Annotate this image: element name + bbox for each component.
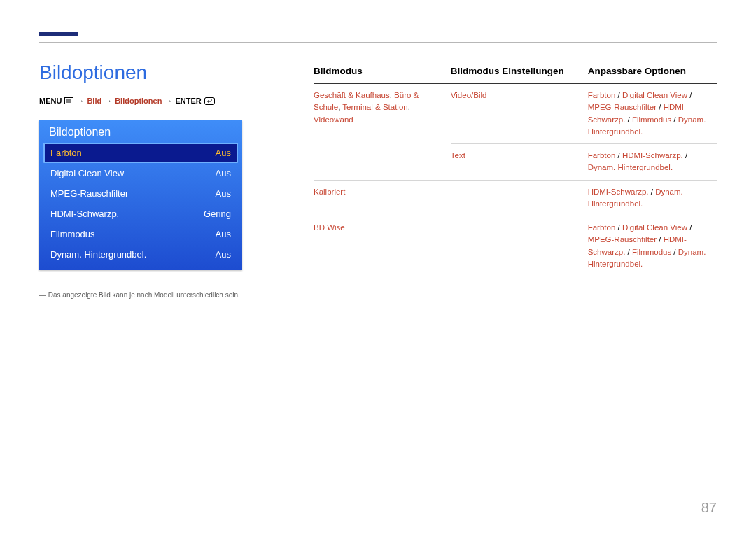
page-number: 87	[701, 500, 717, 516]
osd-item-value: Aus	[216, 188, 231, 199]
footnote: Das angezeigte Bild kann je nach Modell …	[39, 290, 274, 300]
osd-item[interactable]: Dynam. Hintergrundbel.Aus	[43, 244, 238, 265]
osd-item-value: Gering	[204, 209, 231, 219]
arrow-icon: →	[164, 97, 172, 105]
table-cell	[451, 216, 588, 276]
table-row: Geschäft & Kaufhaus, Büro & Schule, Term…	[314, 84, 717, 144]
osd-item-label: Digital Clean View	[50, 168, 124, 178]
left-column: Bildoptionen MENU → Bild → Bildoptionen …	[39, 62, 274, 300]
table-cell: Farbton / HDMI-Schwarzp. / Dynam. Hinter…	[588, 144, 717, 181]
osd-item-value: Aus	[216, 249, 231, 260]
arrow-icon: →	[76, 97, 84, 105]
table-cell: Kalibriert	[314, 180, 451, 216]
table-cell: Farbton / Digital Clean View / MPEG-Raus…	[588, 216, 717, 276]
breadcrumb-menu: MENU	[39, 97, 62, 105]
osd-title: Bildoptionen	[39, 120, 242, 143]
enter-icon	[204, 97, 215, 105]
osd-list: FarbtonAusDigital Clean ViewAusMPEG-Raus…	[39, 143, 242, 270]
content: Bildoptionen MENU → Bild → Bildoptionen …	[39, 62, 717, 300]
table-cell: Geschäft & Kaufhaus, Büro & Schule, Term…	[314, 84, 451, 181]
table-cell: Farbton / Digital Clean View / MPEG-Raus…	[588, 84, 717, 144]
page: Bildoptionen MENU → Bild → Bildoptionen …	[0, 0, 756, 534]
osd-item[interactable]: Digital Clean ViewAus	[43, 163, 238, 183]
osd-item-label: Dynam. Hintergrundbel.	[50, 249, 146, 260]
menu-icon	[64, 97, 74, 104]
table-cell: Text	[451, 144, 588, 181]
osd-item-value: Aus	[216, 148, 231, 158]
options-table: Bildmodus Bildmodus Einstellungen Anpass…	[314, 66, 717, 276]
breadcrumb-item: Bild	[87, 97, 102, 105]
table-cell: BD Wise	[314, 216, 451, 276]
divider	[39, 286, 172, 286]
breadcrumb: MENU → Bild → Bildoptionen → ENTER	[39, 97, 274, 105]
table-cell	[451, 180, 588, 216]
table-body: Geschäft & Kaufhaus, Büro & Schule, Term…	[314, 84, 717, 276]
right-column: Bildmodus Bildmodus Einstellungen Anpass…	[314, 62, 717, 300]
table-cell: Video/Bild	[451, 84, 588, 144]
osd-item-label: Filmmodus	[50, 229, 95, 239]
breadcrumb-item: Bildoptionen	[115, 97, 162, 105]
table-header: Bildmodus	[314, 66, 451, 84]
top-rule	[39, 42, 717, 43]
osd-panel: Bildoptionen FarbtonAusDigital Clean Vie…	[39, 120, 242, 270]
table-cell: HDMI-Schwarzp. / Dynam. Hintergrundbel.	[588, 180, 717, 216]
osd-item-label: HDMI-Schwarzp.	[50, 209, 119, 219]
table-header: Anpassbare Optionen	[588, 66, 717, 84]
table-row: BD WiseFarbton / Digital Clean View / MP…	[314, 216, 717, 276]
osd-item-label: MPEG-Rauschfilter	[50, 188, 128, 199]
osd-item-label: Farbton	[50, 148, 82, 158]
breadcrumb-enter: ENTER	[175, 97, 201, 105]
osd-item[interactable]: MPEG-RauschfilterAus	[43, 183, 238, 204]
osd-item[interactable]: HDMI-Schwarzp.Gering	[43, 204, 238, 224]
osd-item[interactable]: FilmmodusAus	[43, 224, 238, 244]
table-row: KalibriertHDMI-Schwarzp. / Dynam. Hinter…	[314, 180, 717, 216]
osd-item-value: Aus	[216, 168, 231, 178]
osd-item-value: Aus	[216, 229, 231, 239]
accent-bar	[39, 32, 78, 36]
arrow-icon: →	[104, 97, 112, 105]
osd-item[interactable]: FarbtonAus	[43, 143, 238, 163]
page-title: Bildoptionen	[39, 62, 274, 84]
table-header: Bildmodus Einstellungen	[451, 66, 588, 84]
